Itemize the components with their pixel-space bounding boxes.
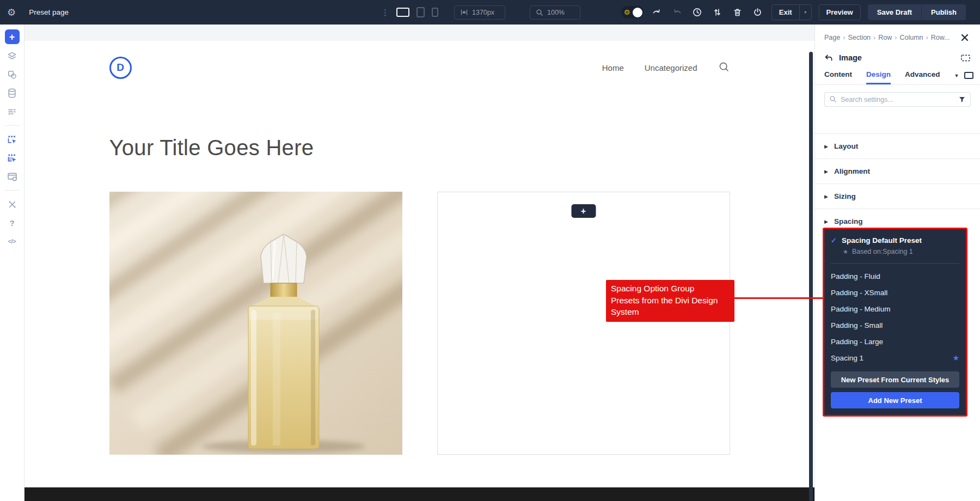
spacing-preset-menu: ✓ Spacing Default Preset ★ Based on:Spac…	[823, 228, 967, 417]
site-logo-letter: D	[117, 62, 124, 74]
expand-panel-icon[interactable]	[960, 54, 971, 62]
builder-settings-gear-icon[interactable]: ⚙	[7, 8, 16, 17]
database-icon[interactable]	[5, 87, 19, 100]
drag-handle-icon[interactable]: ⋮	[381, 8, 389, 17]
portability-power-icon[interactable]	[751, 6, 764, 19]
tablet-view-icon[interactable]	[416, 7, 425, 17]
undo-icon[interactable]	[651, 6, 664, 19]
annotation-connector-line	[733, 297, 823, 299]
preset-menu-divider	[831, 263, 959, 264]
tab-advanced[interactable]: Advanced	[905, 67, 940, 84]
preview-button[interactable]: Preview	[819, 4, 861, 20]
trash-icon[interactable]	[731, 6, 744, 19]
builder-topbar: ⚙ Preset page ⋮ ⚙	[0, 0, 980, 25]
canvas-zoom-input[interactable]	[547, 9, 574, 16]
theme-builder-icon[interactable]	[5, 170, 19, 183]
add-new-preset-button[interactable]: Add New Preset	[831, 392, 959, 408]
save-draft-button[interactable]: Save Draft	[868, 4, 921, 20]
triangle-right-icon: ▶	[824, 169, 828, 174]
empty-image-placeholder[interactable]: +	[437, 192, 730, 455]
breadcrumb-row[interactable]: Row	[878, 34, 892, 41]
publish-button[interactable]: Publish	[921, 4, 966, 20]
width-arrows-icon	[460, 8, 468, 16]
option-group-label: Alignment	[834, 167, 870, 175]
help-icon[interactable]: ?	[5, 216, 19, 229]
style-presets-icon[interactable]	[5, 68, 19, 81]
layers-icon[interactable]	[5, 50, 19, 63]
tab-design[interactable]: Design	[866, 67, 891, 84]
toggle-knob	[633, 8, 642, 17]
zoom-magnifier-icon	[536, 9, 543, 16]
preset-item-padding-large[interactable]: Padding - Large	[831, 333, 959, 350]
divi-builder-screen: ⚙ Preset page ⋮ ⚙	[0, 0, 980, 501]
settings-search	[824, 92, 971, 107]
settings-panel: Page › Section › Row › Column › Row... I…	[814, 25, 980, 501]
site-search-icon[interactable]	[718, 61, 730, 75]
sidebar-divider	[5, 190, 20, 191]
canvas-width-input[interactable]	[472, 9, 499, 16]
canvas-width-field[interactable]	[454, 5, 505, 20]
add-image-button[interactable]: +	[571, 204, 596, 218]
select-row-icon[interactable]	[5, 151, 19, 164]
option-group-layout[interactable]: ▶ Layout	[815, 133, 980, 158]
select-module-icon[interactable]	[5, 133, 19, 146]
desktop-view-icon[interactable]	[396, 8, 409, 17]
preset-item-spacing-1[interactable]: Spacing 1 ★	[831, 350, 959, 366]
new-preset-from-styles-button[interactable]: New Preset From Current Styles	[831, 371, 959, 388]
breadcrumb-separator: ›	[926, 34, 928, 41]
settings-search-input[interactable]	[824, 92, 971, 107]
topbar-left: ⚙ Preset page	[0, 8, 69, 17]
preset-item-padding-fluid[interactable]: Padding - Fluid	[831, 268, 959, 284]
option-group-alignment[interactable]: ▶ Alignment	[815, 158, 980, 184]
phone-view-icon[interactable]	[432, 8, 438, 17]
site-logo[interactable]: D	[109, 57, 132, 79]
annotation-callout: Spacing Option Group Presets from the Di…	[606, 280, 734, 322]
close-panel-icon[interactable]	[959, 32, 971, 44]
add-module-button[interactable]: +	[5, 29, 20, 44]
star-icon: ★	[843, 248, 848, 255]
search-icon	[829, 95, 837, 105]
canvas-scrollbar[interactable]	[809, 52, 813, 501]
sort-arrows-icon[interactable]	[711, 6, 724, 19]
preset-item-padding-medium[interactable]: Padding - Medium	[831, 301, 959, 317]
nav-link-home[interactable]: Home	[602, 63, 624, 72]
history-clock-icon[interactable]	[691, 6, 704, 19]
tabs-caret-icon[interactable]: ▼	[954, 73, 959, 78]
preset-item-padding-xsmall[interactable]: Padding - XSmall	[831, 284, 959, 301]
tools-icon[interactable]	[5, 198, 19, 211]
module-title: Image	[839, 53, 862, 62]
publish-button-group: Save Draft Publish	[868, 4, 966, 20]
canvas-zoom-field[interactable]	[530, 5, 580, 20]
default-star-icon[interactable]: ★	[952, 353, 959, 362]
perfume-image[interactable]	[109, 192, 402, 455]
breadcrumb-current[interactable]: Row...	[931, 34, 950, 41]
nav-link-uncategorized[interactable]: Uncategorized	[645, 63, 697, 72]
builder-mode-toggle[interactable]: ⚙	[621, 6, 644, 19]
selected-preset-row[interactable]: ✓ Spacing Default Preset	[831, 236, 959, 245]
breadcrumb-column[interactable]: Column	[899, 34, 923, 41]
annotation-line-1: Spacing Option Group	[611, 283, 730, 295]
option-group-sizing[interactable]: ▶ Sizing	[815, 184, 980, 209]
preset-item-padding-small[interactable]: Padding - Small	[831, 317, 959, 333]
topbar-actions: ⚙ Exit ▼	[621, 0, 966, 25]
toggle-gear-icon: ⚙	[624, 9, 630, 16]
breadcrumb-separator: ›	[895, 34, 897, 41]
wireframe-icon[interactable]	[5, 105, 19, 118]
filter-funnel-icon[interactable]	[958, 96, 966, 106]
annotation-line-3: System	[611, 306, 730, 318]
code-icon[interactable]: </>	[5, 235, 19, 248]
breadcrumb-page[interactable]: Page	[824, 34, 840, 41]
preset-item-label: Padding - Large	[831, 338, 883, 346]
tab-content[interactable]: Content	[824, 67, 852, 84]
page-heading[interactable]: Your Title Goes Here	[109, 136, 730, 160]
breadcrumb-separator: ›	[873, 34, 875, 41]
selected-preset-label: Spacing Default Preset	[842, 236, 922, 245]
page-preview: D Home Uncategorized Your Title Goes Her…	[24, 41, 814, 501]
exit-caret-icon[interactable]: ▼	[799, 5, 811, 20]
breadcrumb-section[interactable]: Section	[848, 34, 871, 41]
back-arrow-icon[interactable]	[824, 53, 834, 63]
exit-button[interactable]: Exit	[772, 8, 799, 16]
tabs-desktop-icon[interactable]	[964, 72, 973, 79]
redo-icon[interactable]	[671, 6, 684, 19]
option-group-list: ▶ Layout ▶ Alignment ▶ Sizing ▶ Spacing	[824, 133, 971, 234]
